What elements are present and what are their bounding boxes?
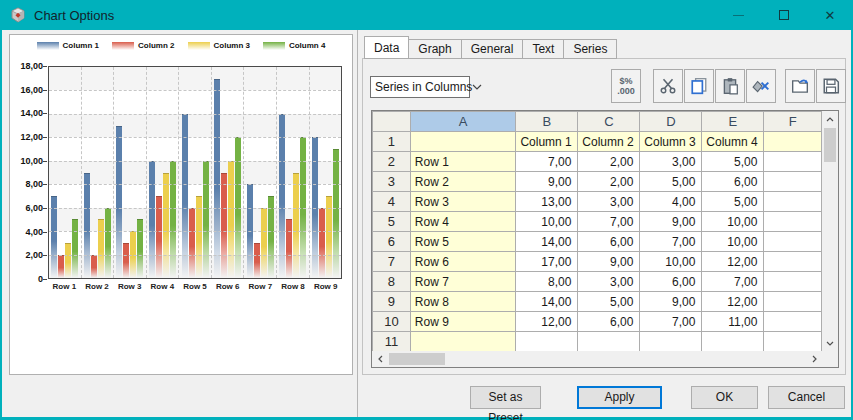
row-header[interactable]: 9 — [373, 292, 411, 312]
scroll-left-icon[interactable] — [372, 351, 388, 367]
grid-cell[interactable]: 6,00 — [702, 172, 764, 192]
column-header-E[interactable]: E — [702, 112, 764, 132]
ok-button[interactable]: OK — [691, 386, 758, 409]
grid-cell[interactable]: Row 9 — [410, 312, 516, 332]
grid-cell[interactable] — [764, 232, 822, 252]
grid-cell[interactable]: 7,00 — [640, 312, 702, 332]
grid-cell[interactable]: 5,00 — [578, 292, 640, 312]
tab-general[interactable]: General — [461, 39, 524, 59]
grid-cell[interactable]: 10,00 — [640, 252, 702, 272]
grid-cell[interactable] — [764, 152, 822, 172]
horizontal-scrollbar[interactable] — [372, 351, 822, 367]
grid-cell[interactable] — [516, 332, 578, 352]
series-mode-dropdown[interactable]: Series in Columns — [370, 76, 470, 98]
grid-cell[interactable]: 12,00 — [702, 252, 764, 272]
grid-cell[interactable] — [702, 332, 764, 352]
grid-cell[interactable]: 5,00 — [640, 172, 702, 192]
grid-cell[interactable]: Row 2 — [410, 172, 516, 192]
grid-cell[interactable]: Column 3 — [640, 132, 702, 152]
column-header-B[interactable]: B — [516, 112, 578, 132]
tab-data[interactable]: Data — [364, 36, 409, 59]
grid-cell[interactable] — [764, 252, 822, 272]
row-header[interactable]: 3 — [373, 172, 411, 192]
grid-cell[interactable]: 7,00 — [516, 152, 578, 172]
row-header[interactable]: 11 — [373, 332, 411, 352]
grid-cell[interactable]: 2,00 — [578, 152, 640, 172]
grid-cell[interactable] — [410, 332, 516, 352]
row-header[interactable]: 8 — [373, 272, 411, 292]
grid-cell[interactable]: 10,00 — [702, 232, 764, 252]
grid-cell[interactable]: 3,00 — [578, 192, 640, 212]
row-header[interactable]: 2 — [373, 152, 411, 172]
grid-cell[interactable]: 6,00 — [578, 312, 640, 332]
grid-cell[interactable]: 9,00 — [640, 292, 702, 312]
grid-cell[interactable]: 4,00 — [640, 192, 702, 212]
scroll-up-icon[interactable] — [822, 111, 838, 127]
delete-button[interactable] — [746, 69, 776, 103]
grid-cell[interactable]: 12,00 — [516, 312, 578, 332]
grid-cell[interactable] — [764, 212, 822, 232]
grid-cell[interactable] — [764, 172, 822, 192]
grid-cell[interactable] — [764, 312, 822, 332]
grid-cell[interactable] — [578, 332, 640, 352]
maximize-button[interactable] — [761, 0, 807, 30]
grid-cell[interactable]: 9,00 — [516, 172, 578, 192]
column-header-A[interactable]: A — [410, 112, 516, 132]
close-button[interactable]: ✕ — [807, 0, 853, 30]
titlebar[interactable]: Chart Options ✕ — [0, 0, 853, 30]
row-header[interactable]: 10 — [373, 312, 411, 332]
grid-cell[interactable]: Row 4 — [410, 212, 516, 232]
vertical-scroll-thumb[interactable] — [824, 128, 836, 162]
grid-cell[interactable]: Column 4 — [702, 132, 764, 152]
grid-cell[interactable]: 7,00 — [578, 212, 640, 232]
grid-cell[interactable]: 8,00 — [516, 272, 578, 292]
paste-button[interactable] — [715, 69, 745, 103]
grid-cell[interactable] — [764, 292, 822, 312]
grid-cell[interactable]: 14,00 — [516, 292, 578, 312]
grid-cell[interactable]: 9,00 — [578, 252, 640, 272]
grid-cell[interactable]: 6,00 — [578, 232, 640, 252]
grid-cell[interactable]: 5,00 — [702, 152, 764, 172]
number-format-button[interactable]: $% .000 — [611, 69, 641, 103]
grid-cell[interactable]: Row 5 — [410, 232, 516, 252]
grid-cell[interactable]: 10,00 — [516, 212, 578, 232]
grid-cell[interactable]: Row 1 — [410, 152, 516, 172]
grid-cell[interactable]: 12,00 — [702, 292, 764, 312]
minimize-button[interactable] — [715, 0, 761, 30]
scroll-down-icon[interactable] — [822, 335, 838, 351]
tab-graph[interactable]: Graph — [408, 39, 461, 59]
grid-cell[interactable]: 2,00 — [578, 172, 640, 192]
row-header[interactable]: 5 — [373, 212, 411, 232]
grid-cell[interactable] — [764, 332, 822, 352]
grid-cell[interactable] — [764, 192, 822, 212]
grid-cell[interactable] — [764, 272, 822, 292]
grid-cell[interactable]: 10,00 — [702, 212, 764, 232]
grid-cell[interactable]: 17,00 — [516, 252, 578, 272]
set-as-preset-button[interactable]: Set as Preset — [470, 386, 541, 409]
row-header[interactable]: 1 — [373, 132, 411, 152]
save-button[interactable] — [816, 69, 846, 103]
grid-cell[interactable]: 7,00 — [640, 232, 702, 252]
cancel-button[interactable]: Cancel — [768, 386, 845, 409]
grid-cell[interactable]: 6,00 — [640, 272, 702, 292]
copy-button[interactable] — [684, 69, 714, 103]
grid-cell[interactable]: 7,00 — [702, 272, 764, 292]
tab-text[interactable]: Text — [522, 39, 564, 59]
grid-cell[interactable]: Row 3 — [410, 192, 516, 212]
grid-cell[interactable]: Column 1 — [516, 132, 578, 152]
cut-button[interactable] — [653, 69, 683, 103]
horizontal-scroll-thumb[interactable] — [389, 353, 445, 365]
column-header-C[interactable]: C — [578, 112, 640, 132]
grid-cell[interactable]: Row 6 — [410, 252, 516, 272]
grid-cell[interactable]: Column 2 — [578, 132, 640, 152]
grid-cell[interactable]: 9,00 — [640, 212, 702, 232]
grid-cell[interactable]: 5,00 — [702, 192, 764, 212]
scroll-right-icon[interactable] — [806, 351, 822, 367]
grid-cell[interactable]: 11,00 — [702, 312, 764, 332]
vertical-scrollbar[interactable] — [822, 111, 838, 351]
grid-cell[interactable]: Row 7 — [410, 272, 516, 292]
grid-cell[interactable] — [410, 132, 516, 152]
row-header[interactable]: 7 — [373, 252, 411, 272]
grid-corner-cell[interactable] — [373, 112, 411, 132]
grid-cell[interactable]: 14,00 — [516, 232, 578, 252]
